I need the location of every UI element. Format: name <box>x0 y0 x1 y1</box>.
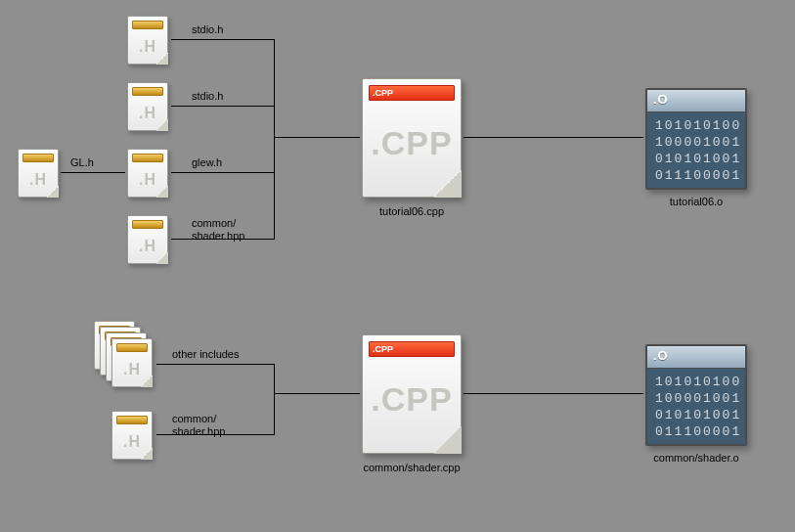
label-include-2: glew.h <box>192 156 222 169</box>
object-file-icon: .O 101010100 100001001 010101001 0111000… <box>645 88 747 190</box>
cpp-ext: .CPP <box>363 380 461 419</box>
connector <box>274 137 360 138</box>
header-file-stdio-2 <box>127 82 168 131</box>
o-badge: .O <box>653 92 669 107</box>
header-file-icon <box>18 149 59 198</box>
object-file-icon: .O 101010100 100001001 010101001 0111000… <box>645 344 747 446</box>
label-include-1: stdio.h <box>192 90 223 103</box>
header-file-gl <box>18 149 59 198</box>
header-file-stdio-1 <box>127 16 168 65</box>
cpp-badge: .CPP <box>373 86 393 100</box>
label-gl-h: GL.h <box>70 156 94 169</box>
cpp-file-icon: .CPP .CPP <box>362 78 462 198</box>
connector <box>61 172 125 173</box>
caption-o-bottom: common/shader.o <box>636 452 757 464</box>
header-file-icon <box>127 215 168 264</box>
connector <box>171 239 274 240</box>
connector <box>171 106 274 107</box>
cpp-ext: .CPP <box>363 124 461 162</box>
label-other-includes: other includes <box>172 348 240 361</box>
label-include-0: stdio.h <box>192 23 223 36</box>
connector <box>274 39 275 240</box>
cpp-file-shader: .CPP .CPP <box>362 334 462 454</box>
header-file-stack <box>94 321 149 381</box>
o-bits: 101010100 100001001 010101001 011100001 <box>655 117 737 184</box>
header-file-icon <box>127 149 168 198</box>
cpp-file-icon: .CPP .CPP <box>362 334 462 454</box>
connector <box>464 137 643 138</box>
connector <box>464 393 643 394</box>
header-file-icon <box>111 338 153 387</box>
object-file-shader: .O 101010100 100001001 010101001 0111000… <box>645 344 747 446</box>
o-badge: .O <box>653 348 669 363</box>
header-file-glew <box>127 149 168 198</box>
cpp-badge: .CPP <box>373 342 393 356</box>
connector <box>171 39 274 40</box>
connector <box>156 364 274 365</box>
caption-cpp-bottom: common/shader.cpp <box>350 462 473 473</box>
header-file-icon <box>127 82 168 131</box>
connector <box>274 393 360 394</box>
connector <box>156 434 274 435</box>
object-file-tutorial06: .O 101010100 100001001 010101001 0111000… <box>645 88 747 190</box>
header-file-shader-hpp-2 <box>111 411 153 460</box>
header-file-icon <box>111 411 153 460</box>
cpp-file-tutorial06: .CPP .CPP <box>362 78 462 198</box>
o-bits: 101010100 100001001 010101001 011100001 <box>655 374 737 440</box>
connector <box>171 172 274 173</box>
header-file-icon <box>127 16 168 65</box>
caption-cpp-top: tutorial06.cpp <box>362 205 462 217</box>
caption-o-top: tutorial06.o <box>645 196 747 207</box>
header-file-shader-hpp <box>127 215 168 264</box>
connector <box>274 364 275 435</box>
